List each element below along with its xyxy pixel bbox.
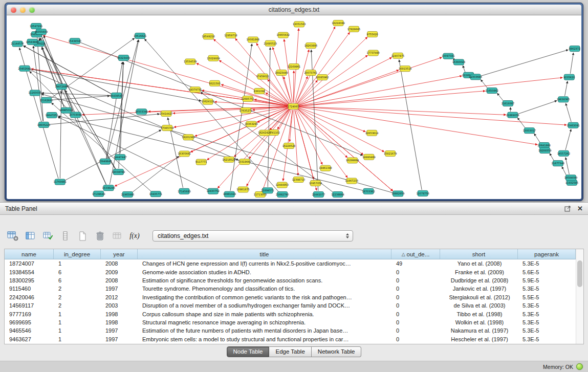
graph-edge[interactable] bbox=[298, 57, 392, 105]
close-panel-icon[interactable]: ✕ bbox=[577, 205, 583, 212]
graph-node[interactable]: 9755620 bbox=[366, 31, 378, 37]
column-header-year[interactable]: year bbox=[101, 249, 138, 259]
table-selector-dropdown[interactable]: citations_edges.txt bbox=[153, 230, 353, 242]
graph-edge[interactable] bbox=[41, 94, 393, 193]
graph-edge[interactable] bbox=[119, 62, 123, 168]
graph-node[interactable]: 22441077 bbox=[312, 192, 325, 198]
graph-edge[interactable] bbox=[299, 76, 462, 106]
graph-node[interactable]: 18985014 bbox=[60, 107, 73, 113]
graph-node[interactable]: 17828665 bbox=[347, 26, 360, 32]
graph-edge[interactable] bbox=[298, 108, 384, 152]
graph-node[interactable]: 10957058 bbox=[309, 180, 322, 186]
graph-node[interactable]: 9117771 bbox=[195, 159, 207, 165]
graph-edge[interactable] bbox=[481, 50, 569, 76]
graph-edge[interactable] bbox=[60, 91, 61, 179]
graph-node[interactable]: 21695523 bbox=[264, 40, 277, 46]
network-window-titlebar[interactable]: citations_edges.txt bbox=[7, 5, 581, 15]
graph-node[interactable]: 14447447 bbox=[114, 155, 126, 160]
graph-edge[interactable] bbox=[65, 90, 115, 169]
minimize-window-button[interactable] bbox=[20, 7, 26, 13]
graph-edge[interactable] bbox=[550, 154, 554, 161]
graph-node[interactable]: 15821679 bbox=[384, 151, 397, 157]
graph-edge[interactable] bbox=[298, 55, 367, 104]
column-header-pagerank[interactable]: pagerank bbox=[518, 249, 576, 259]
graph-node[interactable]: 1724065 bbox=[288, 104, 299, 110]
graph-node[interactable]: 17145683 bbox=[178, 188, 190, 194]
graph-edge[interactable] bbox=[299, 107, 538, 145]
graph-edge[interactable] bbox=[565, 103, 571, 122]
graph-node[interactable]: 18703362 bbox=[362, 188, 375, 194]
graph-edge[interactable] bbox=[565, 81, 568, 96]
create-column-icon[interactable] bbox=[41, 229, 54, 243]
float-panel-icon[interactable] bbox=[564, 205, 571, 212]
graph-node[interactable]: 13003017 bbox=[523, 128, 536, 134]
graph-node[interactable]: 17139649 bbox=[92, 191, 105, 196]
graph-node[interactable]: 18882859 bbox=[391, 191, 404, 196]
graph-node[interactable]: 21889059 bbox=[506, 112, 519, 118]
graph-node[interactable]: 20414427 bbox=[160, 111, 172, 116]
graph-node[interactable]: 16923449 bbox=[275, 70, 288, 76]
graph-edge[interactable] bbox=[565, 157, 569, 174]
graph-node[interactable]: 12238884 bbox=[331, 192, 344, 198]
graph-node[interactable]: 19935224 bbox=[37, 122, 50, 127]
graph-node[interactable]: 9321593 bbox=[209, 80, 220, 86]
new-table-icon[interactable] bbox=[76, 229, 89, 243]
graph-node[interactable]: 21650862 bbox=[486, 88, 498, 94]
zoom-window-button[interactable] bbox=[29, 7, 35, 13]
table-row[interactable]: 977716911998Corpus callosum shape and si… bbox=[5, 310, 583, 318]
graph-node[interactable]: 10861875 bbox=[236, 187, 249, 192]
table-row[interactable]: 1872400712008Changes of HCN gene express… bbox=[5, 259, 583, 268]
graph-node[interactable]: 19872889 bbox=[55, 84, 68, 90]
graph-node[interactable]: 19647251 bbox=[45, 113, 58, 118]
graph-node[interactable]: 12959718 bbox=[224, 33, 237, 38]
graph-node[interactable]: 9235620 bbox=[563, 74, 575, 80]
graph-edge[interactable] bbox=[518, 101, 557, 114]
graph-node[interactable]: 17737490 bbox=[367, 50, 380, 56]
graph-node[interactable]: 12430752 bbox=[207, 188, 220, 194]
graph-node[interactable]: 10435771 bbox=[149, 191, 162, 197]
table-row[interactable]: 946362711997Embryonic stem cells: a mode… bbox=[5, 335, 583, 343]
graph-node[interactable]: 10097331 bbox=[442, 53, 454, 59]
graph-node[interactable]: 21677348 bbox=[552, 161, 564, 166]
table-row[interactable]: 2242004622012Investigating the contribut… bbox=[5, 293, 583, 301]
graph-node[interactable]: 18549216 bbox=[202, 34, 215, 39]
graph-edge[interactable] bbox=[296, 110, 322, 164]
graph-node[interactable]: 11894571 bbox=[261, 188, 274, 193]
graph-node[interactable]: 19838365 bbox=[557, 97, 570, 102]
graph-node[interactable]: 20641868 bbox=[538, 142, 551, 148]
graph-edge[interactable] bbox=[115, 108, 288, 186]
column-header-short[interactable]: short bbox=[440, 249, 518, 259]
graph-node[interactable]: 19289359 bbox=[538, 147, 551, 153]
graph-node[interactable]: 16055609 bbox=[35, 29, 48, 35]
graph-node[interactable]: 10081868 bbox=[247, 37, 259, 42]
column-header-title[interactable]: title bbox=[138, 249, 391, 259]
column-header-out_degree[interactable]: △out_de... bbox=[391, 249, 440, 259]
graph-node[interactable]: 15463091 bbox=[567, 122, 579, 128]
graph-node[interactable]: 12078756 bbox=[416, 190, 429, 196]
graph-edge[interactable] bbox=[298, 108, 363, 155]
graph-node[interactable]: 10597291 bbox=[30, 24, 42, 29]
graph-node[interactable]: 18201363 bbox=[182, 135, 194, 140]
graph-node[interactable]: 13051563 bbox=[293, 21, 306, 27]
graph-node[interactable]: 15338296 bbox=[102, 185, 115, 191]
graph-edge[interactable] bbox=[399, 60, 422, 190]
tab-node-table[interactable]: Node Table bbox=[227, 346, 270, 357]
graph-node[interactable]: 15029939 bbox=[207, 55, 220, 61]
graph-node[interactable]: 21619387 bbox=[502, 101, 514, 106]
graph-node[interactable]: 19038789 bbox=[112, 169, 125, 175]
graph-edge[interactable] bbox=[106, 62, 123, 158]
graph-node[interactable]: 15434540 bbox=[69, 38, 81, 44]
import-table-icon[interactable] bbox=[111, 229, 124, 243]
graph-edge[interactable] bbox=[39, 30, 106, 184]
graph-node[interactable]: 16363299 bbox=[245, 121, 257, 127]
graph-edge[interactable] bbox=[517, 118, 525, 128]
graph-edge[interactable] bbox=[481, 79, 488, 88]
graph-node[interactable]: 15949847 bbox=[99, 159, 112, 164]
graph-node[interactable]: 14379735 bbox=[189, 87, 202, 93]
tab-edge-table[interactable]: Edge Table bbox=[269, 346, 311, 357]
graph-node[interactable]: 18981924 bbox=[223, 191, 236, 197]
graph-node[interactable]: 19584099 bbox=[564, 175, 577, 181]
graph-node[interactable]: 16242426 bbox=[258, 130, 271, 136]
graph-node[interactable]: 17365709 bbox=[161, 125, 173, 131]
table-row[interactable]: 911546021997Tourette syndrome. Phenomeno… bbox=[5, 285, 583, 293]
